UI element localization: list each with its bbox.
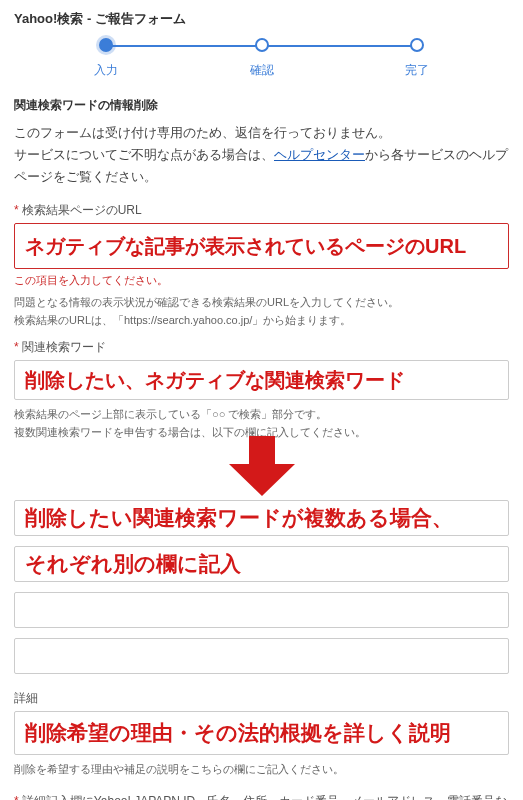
details-label: 詳細 xyxy=(14,690,509,707)
help-center-link[interactable]: ヘルプセンター xyxy=(274,147,365,162)
url-input[interactable]: ネガティブな記事が表示されているページのURL xyxy=(14,223,509,269)
annotation-url: ネガティブな記事が表示されているページのURL xyxy=(25,236,466,256)
annotation-keyword-b2: それぞれ別の欄に記入 xyxy=(25,553,241,574)
arrow-down-icon xyxy=(227,436,297,496)
step-input: 入力 xyxy=(94,38,118,79)
section-heading: 関連検索ワードの情報削除 xyxy=(14,97,509,114)
keyword-field-label: *関連検索ワード xyxy=(14,339,509,356)
intro-line2a: サービスについてご不明な点がある場合は、 xyxy=(14,147,274,162)
confirm-note: *詳細記入欄にYahoo! JAPAPN ID、氏名、住所、カード番号、メールア… xyxy=(14,792,509,800)
annotation-details: 削除希望の理由・その法的根拠を詳しく説明 xyxy=(25,722,451,743)
step-circle-icon xyxy=(99,38,113,52)
step-confirm: 確認 xyxy=(250,38,274,79)
keyword-input-extra-4[interactable] xyxy=(14,638,509,674)
annotation-keyword-main: 削除したい、ネガティブな関連検索ワード xyxy=(25,370,405,390)
stepper: 入力 確認 完了 xyxy=(14,38,509,79)
details-input[interactable]: 削除希望の理由・その法的根拠を詳しく説明 xyxy=(14,711,509,755)
annotation-keyword-b1: 削除したい関連検索ワードが複数ある場合、 xyxy=(25,507,453,528)
intro-line1: このフォームは受け付け専用のため、返信を行っておりません。 xyxy=(14,125,391,140)
url-error: この項目を入力してください。 xyxy=(14,273,509,288)
url-help: 問題となる情報の表示状況が確認できる検索結果のURLを入力してください。 検索結… xyxy=(14,294,509,329)
intro-text: このフォームは受け付け専用のため、返信を行っておりません。 サービスについてご不… xyxy=(14,122,509,188)
step-label: 確認 xyxy=(250,62,274,79)
step-done: 完了 xyxy=(405,38,429,79)
keyword-input-extra-2[interactable]: それぞれ別の欄に記入 xyxy=(14,546,509,582)
keyword-input-extra-1[interactable]: 削除したい関連検索ワードが複数ある場合、 xyxy=(14,500,509,536)
step-label: 入力 xyxy=(94,62,118,79)
keyword-input-main[interactable]: 削除したい、ネガティブな関連検索ワード xyxy=(14,360,509,400)
step-circle-icon xyxy=(410,38,424,52)
page-title: Yahoo!検索 - ご報告フォーム xyxy=(14,10,509,28)
url-field-label: *検索結果ページのURL xyxy=(14,202,509,219)
keyword-input-extra-3[interactable] xyxy=(14,592,509,628)
details-help: 削除を希望する理由や補足の説明をこちらの欄にご記入ください。 xyxy=(14,761,509,779)
step-label: 完了 xyxy=(405,62,429,79)
step-circle-icon xyxy=(255,38,269,52)
